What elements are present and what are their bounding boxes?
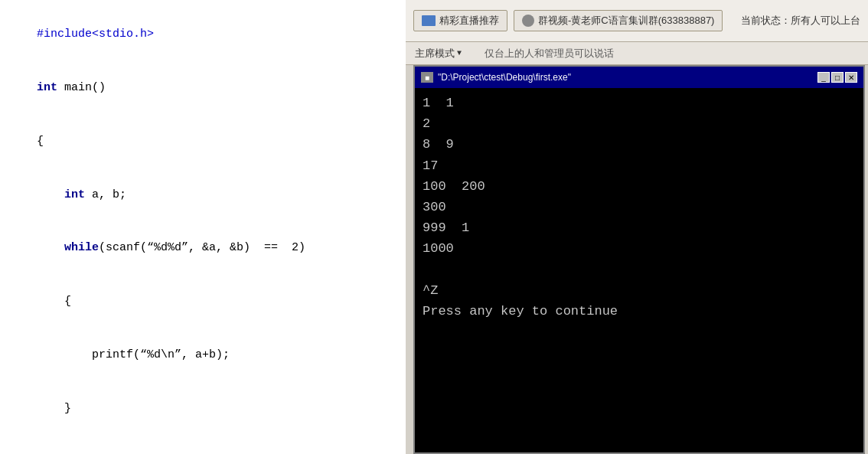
code-line-6: { (9, 275, 396, 328)
code-line-1: #include<stdio.h> (9, 8, 396, 61)
code-line-2: int main() (9, 61, 396, 115)
console-line-10: ^Z (423, 280, 856, 301)
code-line-5: while(scanf(“%d%d”, &a, &b) == 2) (9, 221, 396, 275)
status-text: 当前状态：所有人可以上台 (741, 14, 860, 28)
console-icon: ■ (421, 72, 433, 83)
live-broadcast-btn[interactable]: 精彩直播推荐 (413, 10, 507, 31)
console-body: 1 1 2 8 9 17 100 200 300 999 1 1000 ^Z P… (415, 88, 863, 452)
console-line-5: 100 200 (423, 176, 856, 197)
code-editor: #include<stdio.h> int main() { int a, b;… (0, 0, 406, 454)
window-buttons: _ □ ✕ (817, 72, 857, 83)
mode-label: 主席模式 (415, 47, 455, 60)
toolbar: 精彩直播推荐 群视频-黄老师C语言集训群(633838887) 当前状态：所有人… (406, 0, 868, 42)
code-line-8: } (9, 381, 396, 435)
console-titlebar: ■ "D:\Project\ctest\Debug\first.exe" _ □… (415, 67, 863, 88)
console-line-9 (423, 260, 856, 280)
close-button[interactable]: ✕ (845, 72, 857, 83)
group-video-btn[interactable]: 群视频-黄老师C语言集训群(633838887) (514, 10, 723, 31)
code-line-9 (9, 435, 396, 452)
person-icon (522, 15, 534, 27)
code-line-3: { (9, 115, 396, 168)
code-line-4: int a, b; (9, 168, 396, 221)
console-line-7: 999 1 (423, 217, 856, 238)
console-line-2: 2 (423, 113, 856, 134)
console-window: ■ "D:\Project\ctest\Debug\first.exe" _ □… (413, 65, 865, 454)
mode-dropdown[interactable]: 主席模式 ▼ (415, 47, 462, 60)
chevron-down-icon: ▼ (457, 49, 462, 57)
console-title: "D:\Project\ctest\Debug\first.exe" (438, 72, 817, 83)
maximize-button[interactable]: □ (831, 72, 844, 83)
minimize-button[interactable]: _ (817, 72, 830, 83)
group-video-label: 群视频-黄老师C语言集训群(633838887) (538, 14, 714, 28)
console-line-3: 8 9 (423, 134, 856, 155)
mode-toolbar: 主席模式 ▼ 仅台上的人和管理员可以说话 (406, 42, 868, 65)
console-line-8: 1000 (423, 238, 856, 259)
console-line-6: 300 (423, 197, 856, 217)
console-line-4: 17 (423, 155, 856, 176)
code-line-7: printf(“%d\n”, a+b); (9, 328, 396, 382)
console-line-11: Press any key to continue (423, 301, 856, 322)
console-line-1: 1 1 (423, 93, 856, 113)
subbar-status: 仅台上的人和管理员可以说话 (485, 47, 614, 60)
broadcast-icon (422, 15, 436, 26)
live-broadcast-label: 精彩直播推荐 (439, 14, 499, 28)
